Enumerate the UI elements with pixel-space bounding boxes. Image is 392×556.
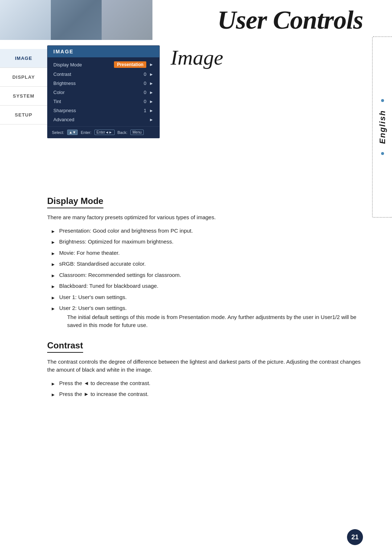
header: User Controls <box>0 0 392 40</box>
osd-value-brightness: 0 <box>135 81 146 86</box>
osd-menu-body: Display Mode Presentation ► Contrast 0 ►… <box>48 57 159 126</box>
bullet-arrow-icon: ► <box>51 294 56 302</box>
osd-row-tint[interactable]: Tint 0 ► <box>48 97 159 106</box>
osd-label-sharpness: Sharpness <box>53 108 135 113</box>
display-mode-heading: Display Mode <box>47 196 103 208</box>
bullet-arrow-icon: ► <box>51 261 56 268</box>
bullet-text-user2: User 2: User's own settings. <box>59 305 127 311</box>
bullet-blackboard: ► Blackboard: Tuned for blackboard usage… <box>47 282 367 290</box>
osd-menu-box: IMAGE Display Mode Presentation ► Contra… <box>47 45 160 138</box>
bullet-arrow-icon: ► <box>51 272 56 279</box>
osd-value-sharpness: 1 <box>135 108 146 113</box>
osd-value-tint: 0 <box>135 99 146 104</box>
bullet-user1: ► User 1: User's own settings. <box>47 293 367 302</box>
bullet-decrease-contrast: ► Press the ◄ to decrease the contrast. <box>47 379 367 388</box>
bullet-text-srgb: sRGB: Standardised accurate color. <box>59 260 146 268</box>
bullet-presentation: ► Presentation: Good color and brightnes… <box>47 227 367 235</box>
bullet-text-presentation: Presentation: Good color and brightness … <box>59 227 193 235</box>
page-number: 21 <box>347 529 363 545</box>
osd-select-icon: ▲▼ <box>67 130 78 135</box>
bullet-arrow-icon: ► <box>51 380 56 388</box>
osd-label-tint: Tint <box>53 99 135 104</box>
osd-row-display-mode[interactable]: Display Mode Presentation ► <box>48 60 159 70</box>
display-mode-bullets: ► Presentation: Good color and brightnes… <box>47 227 367 330</box>
bullet-classroom: ► Classroom: Recommended settings for cl… <box>47 271 367 279</box>
bullet-increase-contrast: ► Press the ► to increase the contrast. <box>47 390 367 398</box>
osd-row-brightness[interactable]: Brightness 0 ► <box>48 79 159 88</box>
bullet-text-blackboard: Blackboard: Tuned for blackboard usage. <box>59 282 159 290</box>
bullet-arrow-icon: ► <box>51 250 56 257</box>
osd-select-label: Select: <box>52 130 64 135</box>
osd-enter-label: Enter: <box>81 130 91 135</box>
osd-arrow-contrast: ► <box>149 72 154 77</box>
bullet-text-classroom: Classroom: Recommended settings for clas… <box>59 271 181 279</box>
bullet-arrow-icon: ► <box>51 305 56 312</box>
sidebar-decoration: English <box>372 36 392 218</box>
osd-label-color: Color <box>53 90 135 95</box>
bullet-text-decrease: Press the ◄ to decrease the contrast. <box>59 379 151 388</box>
bullet-arrow-icon: ► <box>51 228 56 235</box>
left-nav: IMAGE DISPLAY SYSTEM SETUP <box>0 42 47 138</box>
osd-row-advanced[interactable]: Advanced ► <box>48 115 159 124</box>
osd-arrow-sharpness: ► <box>149 108 154 113</box>
osd-arrow-color: ► <box>149 90 154 95</box>
header-img-3 <box>102 0 152 40</box>
osd-back-label: Back: <box>118 130 128 135</box>
nav-item-setup[interactable]: SETUP <box>0 106 47 124</box>
osd-value-display-mode: Presentation <box>114 61 146 68</box>
bullet-text-increase: Press the ► to increase the contrast. <box>59 390 149 398</box>
contrast-section: Contrast The contrast controls the degre… <box>47 340 367 398</box>
nav-item-display[interactable]: DISPLAY <box>0 68 47 87</box>
header-img-1 <box>0 0 51 40</box>
osd-footer: Select: ▲▼ Enter: Enter◄► Back: Menu <box>48 126 159 138</box>
osd-value-color: 0 <box>135 90 146 95</box>
osd-label-contrast: Contrast <box>53 71 135 77</box>
header-images <box>0 0 152 40</box>
osd-row-sharpness[interactable]: Sharpness 1 ► <box>48 106 159 115</box>
osd-value-contrast: 0 <box>135 71 146 77</box>
contrast-bullets: ► Press the ◄ to decrease the contrast. … <box>47 379 367 398</box>
osd-back-key: Menu <box>130 130 144 135</box>
image-heading: Image <box>171 46 223 69</box>
osd-label-brightness: Brightness <box>53 81 135 86</box>
display-mode-intro: There are many factory presets optimized… <box>47 213 367 222</box>
bullet-brightness: ► Brightness: Optimized for maximum brig… <box>47 238 367 246</box>
osd-arrow-advanced: ► <box>149 117 154 122</box>
osd-label-display-mode: Display Mode <box>53 62 114 68</box>
osd-menu: IMAGE Display Mode Presentation ► Contra… <box>47 45 160 138</box>
bullet-srgb: ► sRGB: Standardised accurate color. <box>47 260 367 268</box>
osd-arrow-tint: ► <box>149 99 154 104</box>
contrast-intro: The contrast controls the degree of diff… <box>47 358 367 374</box>
user2-note: The initial default settings of this mod… <box>67 313 367 330</box>
osd-arrow-display-mode: ► <box>149 62 154 67</box>
osd-menu-header: IMAGE <box>48 46 159 57</box>
display-mode-section: Display Mode There are many factory pres… <box>47 196 367 330</box>
contrast-heading: Contrast <box>47 340 83 353</box>
osd-label-advanced: Advanced <box>53 117 135 122</box>
header-img-2 <box>51 0 102 40</box>
bullet-arrow-icon: ► <box>51 391 56 398</box>
bullet-arrow-icon: ► <box>51 283 56 290</box>
bullet-user2: ► User 2: User's own settings. The initi… <box>47 304 367 330</box>
osd-row-contrast[interactable]: Contrast 0 ► <box>48 70 159 79</box>
bullet-text-movie: Movie: For home theater. <box>59 249 120 257</box>
bullet-user2-content: User 2: User's own settings. The initial… <box>59 304 367 330</box>
osd-enter-key: Enter◄► <box>94 130 115 135</box>
sidebar-dot-bottom <box>381 152 384 155</box>
bullet-movie: ► Movie: For home theater. <box>47 249 367 257</box>
main-content: IMAGE DISPLAY SYSTEM SETUP IMAGE Display… <box>0 42 370 138</box>
nav-item-system[interactable]: SYSTEM <box>0 87 47 106</box>
right-content: Image <box>160 42 370 138</box>
sidebar-dot-top <box>381 99 384 102</box>
page-title: User Controls <box>217 5 363 35</box>
bullet-arrow-icon: ► <box>51 239 56 246</box>
osd-row-color[interactable]: Color 0 ► <box>48 88 159 97</box>
bullet-text-brightness: Brightness: Optimized for maximum bright… <box>59 238 173 246</box>
body-area: Display Mode There are many factory pres… <box>47 196 367 409</box>
language-label: English <box>378 110 387 144</box>
nav-item-image[interactable]: IMAGE <box>0 49 47 68</box>
osd-arrow-brightness: ► <box>149 81 154 86</box>
bullet-text-user1: User 1: User's own settings. <box>59 293 127 302</box>
